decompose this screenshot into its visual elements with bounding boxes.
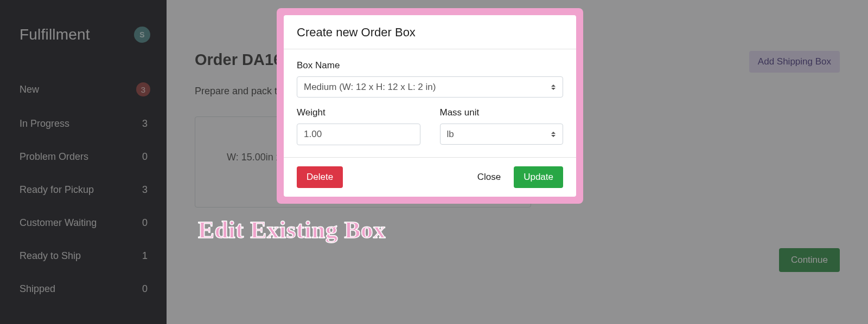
modal-footer-right: Close Update bbox=[470, 166, 563, 188]
modal-body: Box Name Medium (W: 12 x H: 12 x L: 2 in… bbox=[284, 49, 576, 157]
weight-label: Weight bbox=[297, 107, 420, 118]
weight-group: Weight bbox=[297, 107, 420, 145]
mass-unit-select-wrap: lb bbox=[440, 124, 564, 145]
delete-button[interactable]: Delete bbox=[297, 166, 343, 188]
close-button[interactable]: Close bbox=[470, 166, 508, 188]
mass-unit-select[interactable]: lb bbox=[440, 124, 564, 145]
edit-order-box-modal: Create new Order Box Box Name Medium (W:… bbox=[277, 8, 583, 204]
weight-row: Weight Mass unit lb bbox=[297, 107, 563, 145]
box-name-label: Box Name bbox=[297, 60, 563, 71]
weight-input[interactable] bbox=[297, 124, 420, 145]
modal-title: Create new Order Box bbox=[297, 25, 563, 40]
modal-content: Create new Order Box Box Name Medium (W:… bbox=[284, 15, 576, 197]
update-button[interactable]: Update bbox=[514, 166, 563, 188]
box-name-select[interactable]: Medium (W: 12 x H: 12 x L: 2 in) bbox=[297, 76, 563, 98]
modal-footer: Delete Close Update bbox=[284, 157, 576, 197]
mass-unit-group: Mass unit lb bbox=[440, 107, 564, 145]
box-name-select-wrap: Medium (W: 12 x H: 12 x L: 2 in) bbox=[297, 76, 563, 98]
modal-header: Create new Order Box bbox=[284, 15, 576, 49]
annotation-label: Edit Existing Box bbox=[198, 216, 386, 244]
mass-unit-label: Mass unit bbox=[440, 107, 564, 118]
box-name-group: Box Name Medium (W: 12 x H: 12 x L: 2 in… bbox=[297, 60, 563, 98]
